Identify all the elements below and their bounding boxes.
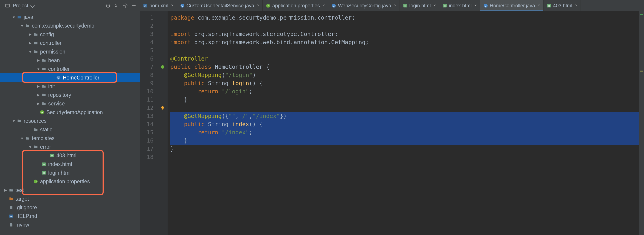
spring-run-icon[interactable] xyxy=(158,63,168,71)
tree-item-java[interactable]: ▼java xyxy=(0,13,140,22)
gutter-spacer xyxy=(158,79,168,87)
folder-icon xyxy=(33,41,39,45)
tree-item-mvnw[interactable]: mvnw xyxy=(0,220,140,229)
tab-pom-xml[interactable]: mpom.xml× xyxy=(140,0,177,11)
project-tree[interactable]: ▼java▼com.example.securtydemo▶config▶con… xyxy=(0,11,140,235)
minimize-icon[interactable] xyxy=(130,2,137,9)
tree-item-config[interactable]: ▶config xyxy=(0,30,140,39)
chevron-right-icon[interactable]: ▶ xyxy=(36,84,41,88)
svg-point-18 xyxy=(34,180,38,183)
line-number[interactable]: 13 xyxy=(140,112,154,120)
project-dropdown-icon[interactable] xyxy=(30,4,35,8)
tab-application-properties[interactable]: application.properties× xyxy=(263,0,328,11)
tab-customuserdetailservice-java[interactable]: CCustomUserDetailService.java× xyxy=(177,0,263,11)
close-icon[interactable]: × xyxy=(323,3,325,8)
tree-item-homecontroller[interactable]: CHomeController xyxy=(0,73,140,82)
tree-item-static[interactable]: static xyxy=(0,125,140,134)
tree-item-securtydemoapplication[interactable]: SecurtydemoApplication xyxy=(0,108,140,117)
chevron-down-icon[interactable]: ▼ xyxy=(11,15,16,19)
tree-item-test[interactable]: ▶test xyxy=(0,186,140,194)
line-number[interactable]: 11 xyxy=(140,96,154,104)
gear-icon[interactable] xyxy=(122,2,129,9)
tree-item-controller[interactable]: ▼controller xyxy=(0,65,140,73)
tab-websecurityconfig-java[interactable]: CWebSecurityConfig.java× xyxy=(328,0,400,11)
line-number[interactable]: 5 xyxy=(140,47,154,55)
close-icon[interactable]: × xyxy=(171,3,174,8)
line-number[interactable]: 3 xyxy=(140,30,154,38)
intention-bulb-icon[interactable] xyxy=(158,104,168,112)
line-number[interactable]: 7 xyxy=(140,63,154,71)
tree-item-label: HELP.md xyxy=(16,213,37,219)
tree-item-help-md[interactable]: MDHELP.md xyxy=(0,212,140,220)
tree-item-permission[interactable]: ▼permission xyxy=(0,47,140,56)
line-number[interactable]: 15 xyxy=(140,128,154,137)
line-number[interactable]: 10 xyxy=(140,87,154,96)
gutter-spacer xyxy=(158,153,168,161)
chevron-down-icon[interactable]: ▼ xyxy=(11,119,16,123)
tree-item--gitignore[interactable]: .gitignore xyxy=(0,203,140,212)
stripe-warning[interactable] xyxy=(640,71,643,72)
line-number[interactable]: 1 xyxy=(140,14,154,22)
tab-index-html[interactable]: Hindex.html× xyxy=(439,0,480,11)
chevron-right-icon[interactable]: ▶ xyxy=(36,102,41,106)
file-md-icon: MD xyxy=(8,214,14,218)
locate-icon[interactable] xyxy=(104,2,112,9)
tree-item-index-html[interactable]: Hindex.html xyxy=(0,160,140,168)
chevron-down-icon[interactable]: ▼ xyxy=(28,50,33,54)
close-icon[interactable]: × xyxy=(434,3,436,8)
chevron-down-icon[interactable]: ▼ xyxy=(28,145,33,149)
tree-item-com-example-securtydemo[interactable]: ▼com.example.securtydemo xyxy=(0,22,140,30)
tree-item-403-html[interactable]: H403.html xyxy=(0,151,140,160)
line-number[interactable]: 2 xyxy=(140,22,154,30)
gutter-spacer xyxy=(158,30,168,38)
tree-item-label: java xyxy=(24,14,33,20)
tree-item-error[interactable]: ▼error xyxy=(0,143,140,151)
tree-item-init[interactable]: ▶init xyxy=(0,82,140,91)
tab-homecontroller-java[interactable]: CHomeController.java× xyxy=(480,0,544,11)
gutter-spacer xyxy=(158,47,168,55)
svg-text:C: C xyxy=(333,4,335,7)
line-number[interactable]: 4 xyxy=(140,38,154,47)
chevron-right-icon[interactable]: ▶ xyxy=(28,41,33,45)
line-number[interactable]: 6 xyxy=(140,55,154,63)
tree-item-controller[interactable]: ▶controller xyxy=(0,39,140,47)
close-icon[interactable]: × xyxy=(474,3,477,8)
close-icon[interactable]: × xyxy=(257,3,260,8)
line-number[interactable]: 18 xyxy=(140,153,154,161)
line-number[interactable]: 16 xyxy=(140,137,154,145)
folder-icon xyxy=(41,93,47,97)
tree-item-service[interactable]: ▶service xyxy=(0,99,140,108)
chevron-down-icon[interactable]: ▼ xyxy=(20,136,24,140)
tab-403-html[interactable]: H403.html× xyxy=(544,0,581,11)
html-icon: H xyxy=(41,171,47,175)
close-icon[interactable]: × xyxy=(575,3,578,8)
tree-item-templates[interactable]: ▼templates xyxy=(0,134,140,143)
spring-icon xyxy=(39,110,45,115)
line-number[interactable]: 8 xyxy=(140,71,154,79)
line-number[interactable]: 14 xyxy=(140,120,154,128)
tree-item-login-html[interactable]: Hlogin.html xyxy=(0,168,140,177)
line-number[interactable]: 9 xyxy=(140,79,154,87)
tree-item-application-properties[interactable]: application.properties xyxy=(0,177,140,186)
tree-item-target[interactable]: target xyxy=(0,194,140,203)
line-number[interactable]: 12 xyxy=(140,104,154,112)
chevron-right-icon[interactable]: ▶ xyxy=(28,32,33,37)
tree-item-repository[interactable]: ▶repository xyxy=(0,91,140,99)
line-number[interactable]: 17 xyxy=(140,145,154,153)
tree-item-bean[interactable]: ▶bean xyxy=(0,56,140,65)
error-stripe[interactable] xyxy=(639,11,644,235)
svg-text:C: C xyxy=(181,4,183,7)
tree-item-resources[interactable]: ▼resources xyxy=(0,117,140,125)
svg-point-36 xyxy=(161,65,164,69)
chevron-down-icon[interactable]: ▼ xyxy=(20,24,24,28)
close-icon[interactable]: × xyxy=(394,3,396,8)
code-area[interactable]: package com.example.securtydemo.permissi… xyxy=(168,11,639,235)
expand-icon[interactable] xyxy=(113,2,120,9)
tab-login-html[interactable]: Hlogin.html× xyxy=(400,0,439,11)
chevron-down-icon[interactable]: ▼ xyxy=(36,67,41,71)
chevron-right-icon[interactable]: ▶ xyxy=(36,58,41,62)
chevron-right-icon[interactable]: ▶ xyxy=(3,188,8,192)
chevron-right-icon[interactable]: ▶ xyxy=(36,93,41,97)
close-icon[interactable]: × xyxy=(538,3,540,8)
tree-item-label: index.html xyxy=(48,161,72,167)
